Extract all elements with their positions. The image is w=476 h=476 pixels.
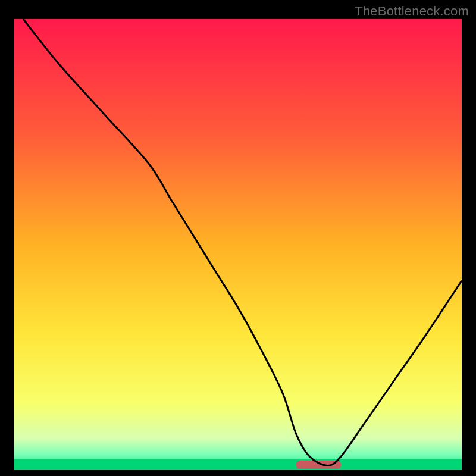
optimum-band xyxy=(296,461,341,469)
bottleneck-chart xyxy=(0,0,476,476)
plot-area xyxy=(14,19,462,470)
watermark-text: TheBottleneck.com xyxy=(355,4,469,19)
optimum-strip xyxy=(14,459,462,470)
